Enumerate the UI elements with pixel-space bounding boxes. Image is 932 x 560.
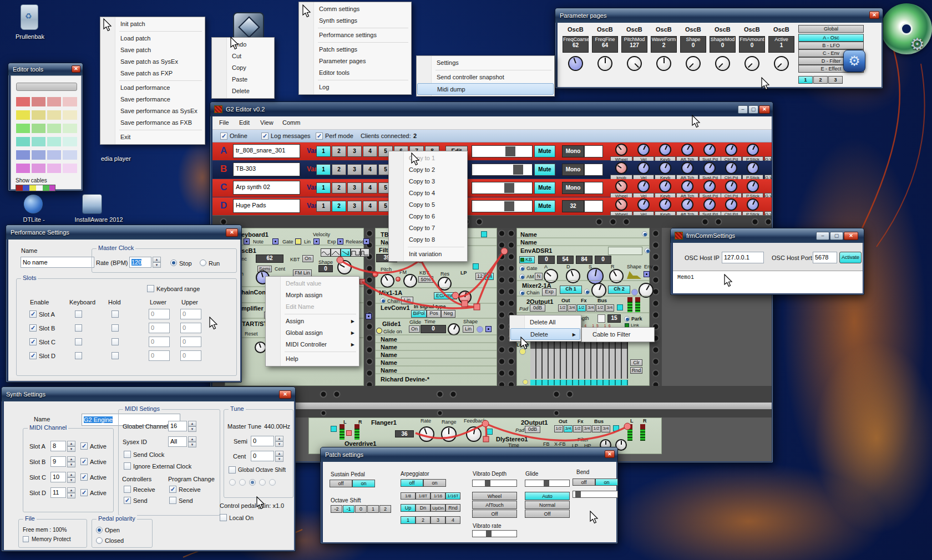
controllers-receive-checkbox[interactable] <box>124 486 131 493</box>
connector[interactable] <box>244 238 250 245</box>
pp-page-b-button[interactable]: B - LFO <box>798 42 864 49</box>
g2-menu-edit[interactable]: Edit <box>239 119 250 126</box>
synth-settings-titlebar[interactable]: Synth Settings <box>2 387 295 401</box>
slot-a-var-3[interactable]: 3 <box>347 146 362 157</box>
vibrato-aftouch-button[interactable]: AfTouch <box>472 501 517 509</box>
progchange-receive-checkbox[interactable]: ✓ <box>169 486 176 493</box>
menu-copy-to-7[interactable]: Copy to 7 <box>389 222 467 234</box>
left-knob[interactable] <box>255 342 266 353</box>
activate-button[interactable]: Activate <box>839 252 862 263</box>
slot-d-var-3[interactable]: 3 <box>347 201 362 212</box>
menu-cut[interactable]: Cut <box>212 50 273 62</box>
glide1-lin-button[interactable]: Lin <box>463 325 474 333</box>
mixer2-ch1-knob[interactable] <box>591 283 606 298</box>
send-clock-checkbox[interactable] <box>124 451 131 458</box>
waveform-triangle-button[interactable] <box>331 248 341 257</box>
mixer2-ch2-radio[interactable] <box>631 289 638 296</box>
module-radio[interactable] <box>642 231 647 237</box>
mix1-egamnt-button[interactable]: EGAmnt <box>434 292 457 299</box>
slot-c-var-1[interactable]: 1 <box>316 182 331 194</box>
connector[interactable] <box>272 238 278 245</box>
output-bus-34b[interactable]: 3/4 <box>586 304 595 312</box>
slot-c-hold-checkbox[interactable] <box>112 338 119 345</box>
cable-pin[interactable] <box>396 277 401 282</box>
env-radio[interactable] <box>645 248 650 253</box>
slot-c-afttch-knob[interactable] <box>681 180 693 192</box>
octave-0-button[interactable]: 0 <box>355 505 367 513</box>
slot-c-upper-input[interactable]: 0 <box>180 337 201 347</box>
menu-copy-to-5[interactable]: Copy to 5 <box>389 199 467 211</box>
waveform-square-button[interactable] <box>351 248 361 257</box>
slot-b-keyb-knob[interactable] <box>659 162 671 174</box>
menu-save-performance-sysex[interactable]: Save performance as SysEx <box>101 105 204 117</box>
output-bus-12c[interactable]: 1/2 <box>596 304 605 312</box>
seq-bars-bottom[interactable] <box>530 349 628 379</box>
menu-init-patch[interactable]: Init patch <box>101 18 204 30</box>
installaware-icon[interactable] <box>82 194 102 214</box>
slot-c-enable-checkbox[interactable]: ✓ <box>29 338 37 345</box>
slot-a-name-input[interactable]: tr_808_snare_301 <box>233 144 300 158</box>
slot-c-keyb-knob[interactable] <box>659 180 671 192</box>
seq-gate-radio[interactable] <box>523 379 528 385</box>
menu-midi-controller[interactable]: MIDI Controller▶ <box>266 339 358 350</box>
global-channel-spinner[interactable]: ▲▼ <box>188 421 196 431</box>
pedal-open-radio[interactable] <box>96 527 103 533</box>
menu-parameter-pages[interactable]: Parameter pages <box>300 55 411 67</box>
ignore-ext-clock-checkbox[interactable] <box>124 462 131 470</box>
slot-b-channel-input[interactable]: 9 <box>50 456 66 467</box>
menu-delete-sub[interactable]: Delete▶ <box>510 328 580 340</box>
slot-c-mute-button[interactable]: Mute <box>534 182 555 194</box>
seq-rnd-button[interactable]: Rnd <box>630 367 642 374</box>
mixer2-ch1-radio[interactable] <box>584 289 590 294</box>
slot-d-enable-checkbox[interactable]: ✓ <box>29 352 37 359</box>
pp-tab-3[interactable]: 3 <box>828 76 843 84</box>
waveform-saw-button[interactable] <box>341 248 351 257</box>
menu-copy-to-1[interactable]: Copy to 1 <box>389 152 467 164</box>
osc-host-port-input[interactable]: 5678 <box>813 252 837 263</box>
g2-maximize-button[interactable]: ▢ <box>748 105 758 114</box>
menu-global-assign[interactable]: Global assign▶ <box>266 327 358 339</box>
slot-c-keyboard-checkbox[interactable] <box>75 338 82 345</box>
glide1-knob[interactable] <box>448 323 460 335</box>
octave-1-button[interactable]: 1 <box>367 505 379 513</box>
slot-d-hold-checkbox[interactable] <box>112 352 119 359</box>
levconv-neg-button[interactable]: Neg <box>441 310 455 318</box>
log-messages-checkbox[interactable]: ✓ <box>261 133 269 140</box>
pp-freqfine-knob[interactable] <box>597 56 612 71</box>
slot-d-var-2[interactable]: 2 <box>332 201 346 212</box>
connector[interactable] <box>366 313 372 319</box>
cable-color-strip[interactable] <box>16 185 55 191</box>
slot-c-lower-input[interactable]: 0 <box>149 337 170 347</box>
media-player-label[interactable]: edia player <box>101 155 131 162</box>
arp-off-button[interactable]: off <box>401 479 423 487</box>
author-row[interactable]: Richard Devine-* <box>381 376 429 383</box>
name-row[interactable]: Name <box>520 239 537 246</box>
slot-a-keyboard-checkbox[interactable] <box>75 310 82 318</box>
slot-d-afttch-knob[interactable] <box>681 198 693 211</box>
pp-shape-knob[interactable] <box>686 56 701 71</box>
patch-settings-close-button[interactable]: ✕ <box>605 450 615 458</box>
connector[interactable] <box>337 238 343 245</box>
mix1-chain-radio[interactable] <box>380 298 386 303</box>
frmcomm-minimize-button[interactable]: – <box>816 232 829 240</box>
pp-pitchmod-knob[interactable] <box>627 56 642 71</box>
mix1-knob[interactable] <box>458 291 472 304</box>
flanger-rate-knob[interactable] <box>419 426 434 442</box>
oscb1-shape-value[interactable]: 0 <box>318 265 333 272</box>
menu-load-patch[interactable]: Load patch <box>101 33 204 44</box>
flanger-value[interactable]: 36 <box>395 430 414 437</box>
frmcomm-maximize-button[interactable]: ▢ <box>830 232 843 240</box>
cable-pin[interactable] <box>346 430 352 436</box>
outputb-bus-12a[interactable]: 1/2 <box>554 425 563 432</box>
connector[interactable] <box>485 326 492 332</box>
editor-tools-close-button[interactable]: ✕ <box>72 65 80 73</box>
slot-b-knob-knob[interactable] <box>615 162 627 174</box>
octave-radio-5[interactable] <box>269 479 276 486</box>
menu-help[interactable]: Help <box>266 353 358 365</box>
oscb1-kbt-on-button[interactable]: On <box>302 255 313 262</box>
menu-undo[interactable]: Undo <box>212 39 273 50</box>
color-swatch-row-6[interactable] <box>16 164 77 173</box>
menu-cable-to-filter[interactable]: Cable to Filter <box>582 329 654 340</box>
levconv-pos-button[interactable]: Pos <box>427 310 441 318</box>
arp-rate-18-button[interactable]: 1/8 <box>401 492 416 500</box>
